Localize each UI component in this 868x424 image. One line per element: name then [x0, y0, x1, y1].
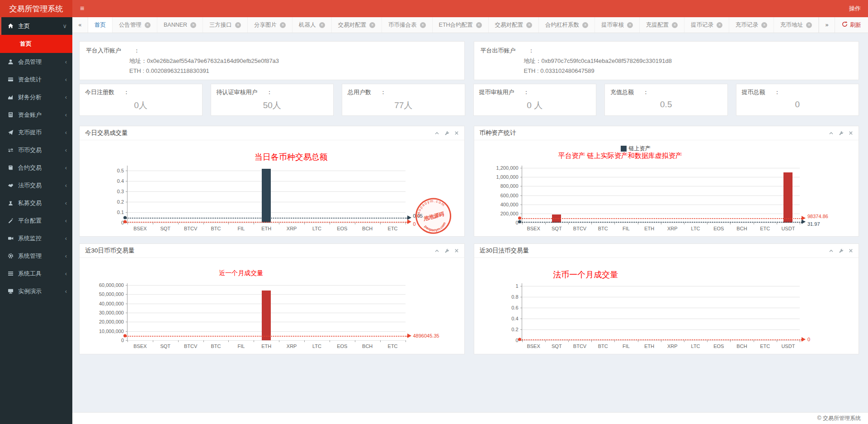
- bar-ETH[interactable]: [262, 169, 271, 223]
- tab-close-icon[interactable]: ×: [806, 22, 812, 28]
- stat-label: 充值总额：: [610, 88, 722, 96]
- tabs-scroll-right-icon[interactable]: »: [819, 17, 835, 33]
- y-axis-tick-label: 0.1: [117, 210, 124, 215]
- collapse-icon[interactable]: [434, 248, 439, 253]
- sidebar-item-fund-accounts[interactable]: 资金账户‹: [0, 106, 72, 124]
- x-axis-tick-label: LTC: [691, 343, 700, 349]
- close-icon[interactable]: [849, 131, 853, 136]
- tab-close-icon[interactable]: ×: [717, 22, 722, 28]
- tab-item-7[interactable]: 币币撮合表×: [382, 17, 433, 33]
- tab-close-icon[interactable]: ×: [476, 22, 482, 28]
- x-axis-tick-label: USDT: [781, 343, 795, 349]
- tab-close-icon[interactable]: ×: [526, 22, 532, 28]
- tab-close-icon[interactable]: ×: [420, 22, 426, 28]
- sidebar-item-system-monitor[interactable]: 系统监控‹: [0, 229, 72, 247]
- marker-line: [520, 218, 802, 219]
- tab-item-1[interactable]: 公告管理×: [113, 17, 157, 33]
- refresh-button[interactable]: 刷新: [835, 17, 868, 33]
- close-icon[interactable]: [454, 131, 459, 136]
- header-action-menu[interactable]: 操作: [842, 5, 868, 13]
- sidebar-item-platform-config[interactable]: 平台配置‹: [0, 212, 72, 229]
- tab-close-icon[interactable]: ×: [280, 22, 286, 28]
- x-axis-tick-label: SQT: [160, 343, 170, 349]
- tab-close-icon[interactable]: ×: [190, 22, 196, 28]
- stat-value: 50人: [217, 100, 328, 111]
- tab-item-14[interactable]: 充币记录×: [729, 17, 774, 33]
- tab-item-13[interactable]: 提币记录×: [684, 17, 729, 33]
- chevron-left-icon: ‹: [65, 288, 67, 295]
- x-axis-tick-label: ETH: [644, 226, 654, 231]
- tab-item-6[interactable]: 交易对配置×: [332, 17, 382, 33]
- refresh-icon: [842, 21, 848, 29]
- tab-close-icon[interactable]: ×: [235, 22, 241, 28]
- wrench-icon[interactable]: [444, 131, 449, 136]
- x-axis-tick-label: BTC: [211, 343, 221, 349]
- footer: © 交易所管理系统: [72, 412, 868, 424]
- stat-box: 充值总额：0.5: [604, 84, 728, 116]
- tab-item-9[interactable]: 交易对配置×: [489, 17, 539, 33]
- tab-item-11[interactable]: 提币审核×: [595, 17, 640, 33]
- sidebar-item-label: 实例演示: [18, 287, 42, 295]
- tab-item-12[interactable]: 充提配置×: [640, 17, 684, 33]
- close-icon[interactable]: [849, 248, 853, 253]
- tab-item-2[interactable]: BANNER×: [157, 17, 203, 33]
- tab-close-icon[interactable]: ×: [672, 22, 678, 28]
- sidebar-item-finance-analysis[interactable]: 财务分析‹: [0, 88, 72, 106]
- x-axis-tick-label: BTC: [598, 343, 608, 349]
- sidebar-item-private-trade[interactable]: 私募交易‹: [0, 194, 72, 212]
- sidebar-toggle-icon[interactable]: ≡: [72, 5, 92, 13]
- chart-panel-title: 今日交易成交量: [85, 129, 128, 137]
- close-icon[interactable]: [454, 248, 459, 253]
- stat-value: 0.5: [610, 100, 722, 110]
- chart-annotation: 法币一个月成交量: [553, 269, 618, 280]
- navbar: ≡ 操作: [72, 0, 868, 17]
- tab-item-5[interactable]: 机器人×: [292, 17, 332, 33]
- tab-item-15[interactable]: 充币地址×: [774, 17, 819, 33]
- tab-item-10[interactable]: 合约杠杆系数×: [539, 17, 595, 33]
- sidebar-item-deposit-withdraw[interactable]: 充币提币‹: [0, 124, 72, 141]
- chart-panel-title: 近30日币币交易量: [85, 247, 135, 255]
- tab-close-icon[interactable]: ×: [319, 22, 325, 28]
- tab-close-icon[interactable]: ×: [582, 22, 588, 28]
- sidebar-item-home[interactable]: 主页∨: [0, 17, 72, 35]
- x-axis-tick-label: EOS: [713, 343, 724, 349]
- stat-label: 提币总额：: [742, 88, 854, 96]
- y-axis-tick-label: 0.2: [117, 199, 124, 205]
- sidebar-item-members[interactable]: 会员管理‹: [0, 53, 72, 71]
- collapse-icon[interactable]: [829, 131, 834, 136]
- tab-label: 币币撮合表: [388, 21, 417, 29]
- sidebar-item-system-tools[interactable]: 系统工具‹: [0, 265, 72, 282]
- platform-account-panel: 平台出币账户：地址：0xb970c7c59fc0ca1f4eba2e08f578…: [474, 41, 859, 80]
- sidebar-item-coin-trade[interactable]: 币币交易‹: [0, 141, 72, 159]
- wrench-icon[interactable]: [444, 248, 449, 253]
- tab-close-icon[interactable]: ×: [369, 22, 375, 28]
- tab-close-icon[interactable]: ×: [145, 22, 151, 28]
- tabs-scroll-left-icon[interactable]: «: [72, 17, 88, 33]
- wrench-icon[interactable]: [839, 248, 844, 253]
- bar-ETH[interactable]: [262, 291, 271, 340]
- chart-canvas: 当日各币种交易总额0.50.40.30.20.10BSEXSQTBTCVBTCF…: [80, 140, 464, 237]
- magic-wand-icon: [7, 218, 14, 224]
- account-title: 平台出币账户：: [481, 47, 853, 55]
- sidebar-item-contract-trade[interactable]: 合约交易‹: [0, 159, 72, 176]
- bar-USDT[interactable]: [783, 172, 793, 223]
- sidebar-subitem-dashboard[interactable]: 首页: [0, 35, 72, 53]
- collapse-icon[interactable]: [434, 131, 439, 136]
- collapse-icon[interactable]: [829, 248, 834, 253]
- chevron-left-icon: ‹: [65, 94, 67, 100]
- tab-close-icon[interactable]: ×: [761, 22, 767, 28]
- tab-item-0[interactable]: 首页: [88, 17, 113, 33]
- tab-close-icon[interactable]: ×: [627, 22, 633, 28]
- sidebar-item-fund-stats[interactable]: 资金统计‹: [0, 71, 72, 88]
- sidebar-item-system-manage[interactable]: 系统管理‹: [0, 247, 72, 265]
- chart-panel-title: 近30日法币交易量: [480, 247, 529, 255]
- wrench-icon[interactable]: [839, 131, 844, 136]
- tab-item-4[interactable]: 分享图片×: [248, 17, 292, 33]
- y-axis-tick-label: 800,000: [500, 183, 519, 189]
- tab-item-3[interactable]: 三方接口×: [203, 17, 248, 33]
- app-logo[interactable]: 交易所管理系统: [0, 0, 72, 17]
- sidebar-item-fiat-trade[interactable]: 法币交易‹: [0, 176, 72, 194]
- sidebar-item-demo[interactable]: 实例演示‹: [0, 282, 72, 300]
- stat-box: 今日注册数：0人: [79, 84, 203, 116]
- tab-item-8[interactable]: ETH合约配置×: [433, 17, 489, 33]
